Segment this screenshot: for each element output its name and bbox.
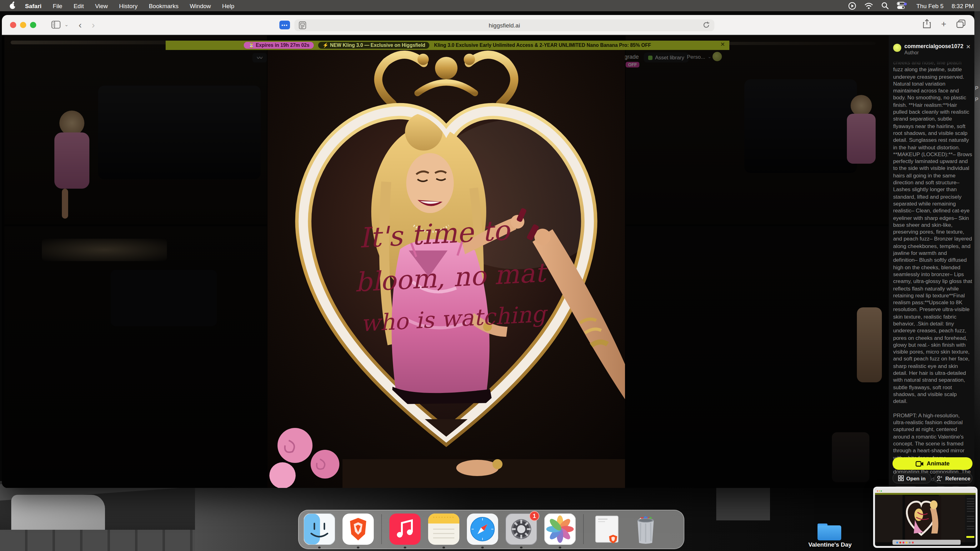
wallpaper-patch <box>716 484 770 520</box>
reader-icon[interactable] <box>299 21 306 30</box>
animate-button[interactable]: Animate <box>892 457 972 470</box>
desktop-right-edge <box>974 11 980 551</box>
video-camera-icon <box>915 461 923 466</box>
desktop-icon-label-partial: P <box>975 86 978 91</box>
animate-label: Animate <box>927 460 950 467</box>
dock-minimized-window[interactable] <box>591 513 622 545</box>
dock-divider <box>583 514 584 544</box>
banner-message: Kling 3.0 Exclusive Early Unlimited Acce… <box>434 43 651 48</box>
prompt-text[interactable]: cheeks and nose, fine peach fuzz along t… <box>893 59 972 488</box>
dock-brave-icon[interactable] <box>342 513 374 545</box>
screen: P P Safari File Edit View History Bookma… <box>0 0 980 551</box>
control-center-icon[interactable] <box>897 2 907 10</box>
apple-menu-icon[interactable] <box>9 1 17 10</box>
menu-view[interactable]: View <box>89 2 113 9</box>
menu-edit[interactable]: Edit <box>68 2 89 9</box>
prompt-fade-top <box>889 59 974 67</box>
reference-button[interactable]: Reference <box>934 473 972 484</box>
dock-photos-icon[interactable] <box>544 513 576 545</box>
dock-divider <box>381 514 382 544</box>
open-in-label: Open in <box>906 475 926 481</box>
menu-bar: Safari File Edit View History Bookmarks … <box>0 0 980 11</box>
dock-trash-icon[interactable] <box>630 513 661 545</box>
banner-close-icon[interactable]: ✕ <box>720 41 725 48</box>
open-in-button[interactable]: Open in <box>892 473 931 484</box>
menu-history[interactable]: History <box>113 2 143 9</box>
zoom-window-button[interactable] <box>30 22 36 28</box>
countdown-pill: ⏳ Expires in 19h 27m 02s <box>244 42 314 49</box>
promo-banner: ⏳ Expires in 19h 27m 02s ⚡ NEW Kling 3.0… <box>165 41 729 50</box>
menubar-date[interactable]: Thu Feb 5 <box>916 2 944 9</box>
reload-icon[interactable] <box>703 21 710 30</box>
wallpaper-porch-photo <box>0 481 195 551</box>
search-icon[interactable] <box>881 2 889 10</box>
lightbox-image[interactable]: It's time to bloom, no mat who is watchi… <box>267 44 625 488</box>
menu-help[interactable]: Help <box>216 2 240 9</box>
resting-hand <box>456 460 499 476</box>
detail-sidebar: commercialgoose1072 Author ✕ cheeks and … <box>889 36 974 488</box>
author-role: Author <box>904 50 919 56</box>
desktop-icon-label-partial: P <box>975 97 978 102</box>
page-content: 〰 grade OFF Asset library Perso... ⌄ ⏳ E… <box>2 36 974 488</box>
browser-toolbar: ⌄ ‹ › ••• higgsfield.ai + <box>2 15 974 35</box>
settings-badge: 1 <box>530 511 539 521</box>
chevron-down-icon[interactable]: ⌄ <box>64 22 68 27</box>
safari-window: ⌄ ‹ › ••• higgsfield.ai + <box>2 15 974 488</box>
url-text: higgsfield.ai <box>489 22 520 29</box>
screenshot-preview-thumbnail[interactable] <box>873 487 977 548</box>
person-sparkle-icon <box>937 475 943 481</box>
author-avatar[interactable] <box>893 44 901 52</box>
menu-file[interactable]: File <box>47 2 68 9</box>
extension-icon[interactable]: ••• <box>279 21 290 29</box>
tab-overview-icon[interactable] <box>956 19 966 28</box>
menu-bookmarks[interactable]: Bookmarks <box>143 2 184 9</box>
new-tab-icon[interactable]: + <box>941 19 946 29</box>
close-window-button[interactable] <box>10 22 16 28</box>
menu-app-name[interactable]: Safari <box>19 2 47 9</box>
address-bar[interactable]: higgsfield.ai <box>294 19 714 31</box>
dock-settings-icon[interactable]: 1 <box>506 513 537 545</box>
back-icon[interactable]: ‹ <box>78 19 81 30</box>
close-icon[interactable]: ✕ <box>966 44 970 50</box>
gold-watch-face <box>493 459 503 469</box>
wallpaper-floor <box>0 530 195 551</box>
dock-music-icon[interactable] <box>390 513 421 545</box>
reference-label: Reference <box>945 475 970 481</box>
play-circle-icon[interactable] <box>848 2 857 10</box>
kling-tag-pill: ⚡ NEW Kling 3.0 — Exclusive on Higgsfiel… <box>318 42 430 49</box>
forward-icon[interactable]: › <box>92 19 95 30</box>
menu-window[interactable]: Window <box>184 2 216 9</box>
dock-finder-icon[interactable] <box>304 513 335 545</box>
share-icon[interactable] <box>923 19 931 29</box>
menubar-time[interactable]: 8:32 PM <box>951 2 974 9</box>
wifi-icon[interactable] <box>865 2 873 9</box>
sidebar-icon[interactable] <box>51 21 60 29</box>
dock: 1 <box>298 510 684 549</box>
thumb-heart-image <box>905 496 941 541</box>
valentines-folder-icon[interactable] <box>818 524 841 540</box>
author-name[interactable]: commercialgoose1072 <box>904 43 963 49</box>
grid-icon <box>898 475 904 481</box>
dock-safari-icon[interactable] <box>467 513 498 545</box>
minimize-window-button[interactable] <box>20 22 26 28</box>
valentines-folder-label[interactable]: Valentine's Day <box>800 541 860 548</box>
dock-notes-icon[interactable] <box>428 513 460 545</box>
